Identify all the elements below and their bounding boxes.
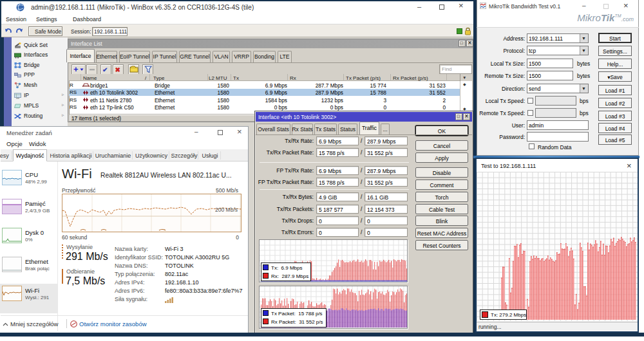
svg-text:✔: ✔ xyxy=(102,66,108,73)
svg-text:✖: ✖ xyxy=(115,66,120,73)
svg-text:+: + xyxy=(73,64,79,74)
